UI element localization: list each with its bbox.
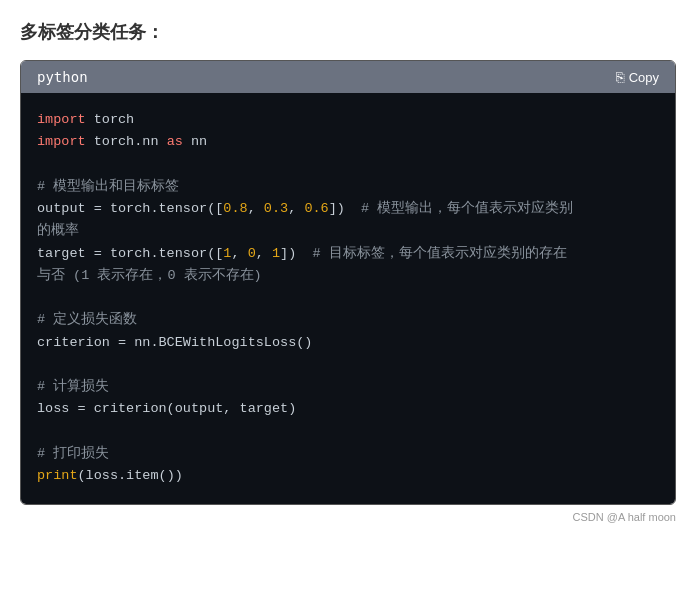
copy-button[interactable]: ⎘ Copy xyxy=(616,69,659,85)
code-body: import torch import torch.nn as nn # 模型输… xyxy=(21,93,675,504)
code-header: python ⎘ Copy xyxy=(21,61,675,93)
watermark: CSDN @A half moon xyxy=(20,511,676,523)
code-language: python xyxy=(37,69,88,85)
code-content: import torch import torch.nn as nn # 模型输… xyxy=(37,109,659,488)
page-title: 多标签分类任务： xyxy=(20,20,676,44)
copy-label: Copy xyxy=(629,70,659,85)
code-container: python ⎘ Copy import torch import torch.… xyxy=(20,60,676,505)
copy-icon: ⎘ xyxy=(616,69,624,85)
